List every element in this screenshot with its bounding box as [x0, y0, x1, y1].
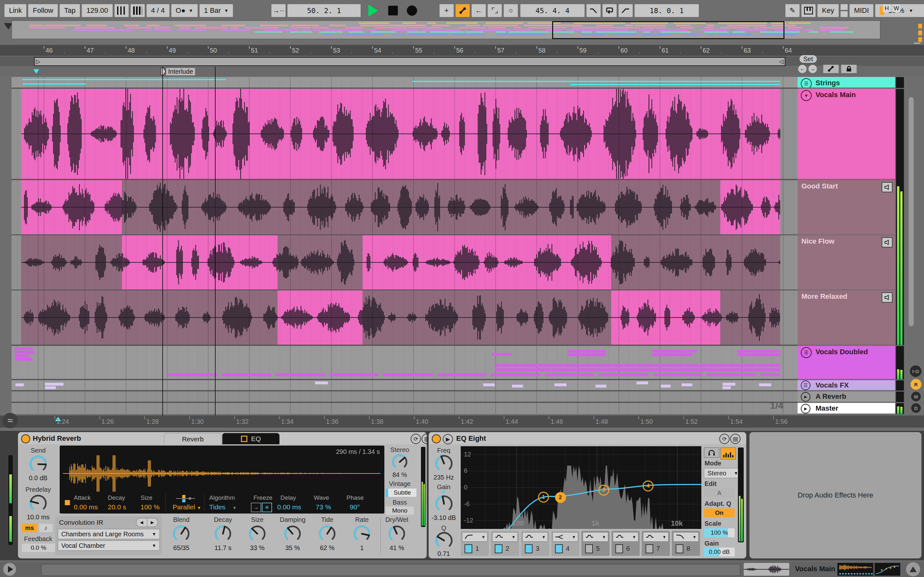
early-reflections-toggle[interactable] — [65, 500, 70, 505]
time-signature-field[interactable]: 4 / 4 — [147, 4, 170, 17]
show-delays-button[interactable]: D — [911, 403, 921, 413]
preview-play-button[interactable] — [3, 563, 16, 576]
drop-audio-effects-zone[interactable]: Drop Audio Effects Here — [750, 432, 921, 558]
arrangement-position-field[interactable]: 50. 2. 1 — [288, 4, 360, 17]
midi-note[interactable] — [652, 350, 697, 353]
insert-marker-icon[interactable] — [33, 69, 39, 74]
scrub-area[interactable]: ▷◁ — [0, 56, 924, 66]
session-record-button[interactable]: ○ — [504, 4, 518, 17]
freq-value[interactable]: 235 Hz — [426, 474, 461, 481]
filter-type-selector[interactable]: ▼ — [552, 532, 578, 542]
wave-value[interactable]: 73 % — [316, 503, 331, 511]
midi-note[interactable] — [661, 385, 670, 388]
loop-button[interactable] — [603, 4, 617, 17]
band-active-checkbox[interactable] — [525, 544, 533, 553]
arrangement-link-button[interactable] — [823, 65, 838, 73]
band-active-checkbox[interactable] — [676, 544, 683, 553]
lane-a-reverb[interactable] — [11, 392, 798, 402]
stereo-knob[interactable] — [392, 454, 408, 470]
midi-note[interactable] — [722, 383, 735, 386]
decay2-knob[interactable] — [214, 525, 232, 542]
device-on-button[interactable] — [432, 434, 441, 443]
band-active-checkbox[interactable] — [465, 544, 472, 553]
ir-next-icon[interactable]: ▶ — [147, 518, 158, 527]
decay-value[interactable]: 20.0 s — [108, 503, 126, 511]
hot-swap-icon[interactable]: ⟳ — [411, 434, 421, 444]
lock-envelopes-button[interactable] — [841, 65, 857, 73]
midi-note[interactable] — [599, 374, 648, 376]
tide-value[interactable]: 62 % — [310, 544, 345, 552]
midi-note[interactable] — [483, 384, 495, 386]
filter-type-selector[interactable]: ▼ — [673, 532, 699, 542]
tempo-field[interactable]: 129.00 — [82, 4, 112, 17]
filter-type-selector[interactable]: ▼ — [522, 532, 548, 542]
lane-master[interactable] — [11, 403, 798, 414]
time-beat-ruler-toggle[interactable]: ≈ — [3, 413, 18, 428]
audition-icon[interactable]: ▶ — [443, 434, 453, 444]
eq-band-1[interactable]: ▼1 — [461, 531, 489, 556]
capture-midi-button[interactable]: ⌜⌟ — [488, 4, 502, 17]
midi-note[interactable] — [492, 353, 512, 356]
midi-note[interactable] — [567, 353, 606, 356]
time-ruler[interactable]: 1:241:261:281:301:321:341:361:381:401:42… — [0, 416, 924, 428]
spectrum-analyzer-button[interactable] — [720, 448, 736, 459]
vintage-selector[interactable]: Subtle — [386, 488, 417, 497]
loop-end-handle[interactable]: ◁ — [779, 58, 783, 65]
quantization-selector[interactable]: 1 Bar▼ — [200, 4, 233, 17]
size-value[interactable]: 100 % — [141, 503, 160, 511]
track-header-a-reverb[interactable]: ▶ A Reverb — [798, 392, 895, 402]
drywet-knob[interactable] — [388, 525, 405, 542]
eq-eight-header[interactable]: ▶ EQ Eight ⟳ ▤ — [429, 432, 746, 444]
computer-midi-keyboard-button[interactable] — [801, 4, 816, 17]
stereo-value[interactable]: 84 % — [384, 471, 416, 479]
stop-button[interactable] — [388, 6, 398, 15]
take-lane-header-more-relaxed[interactable]: More Relaxed — [798, 290, 895, 345]
rate-value[interactable]: 1 — [344, 544, 380, 552]
metronome-button[interactable]: O●▼ — [171, 4, 198, 17]
midi-note[interactable] — [652, 353, 692, 356]
take-lane-header-good-start[interactable]: Good Start — [798, 180, 895, 234]
key-map-button[interactable]: Key — [817, 4, 838, 17]
fdelay-value[interactable]: 0.00 ms — [277, 503, 301, 511]
lane-take-nice-flow[interactable] — [11, 235, 798, 290]
bass-mono-selector[interactable]: Mono — [386, 506, 414, 515]
band-active-checkbox[interactable] — [555, 544, 563, 553]
midi-note[interactable] — [554, 384, 567, 386]
prev-locator-button[interactable]: ← — [798, 65, 806, 73]
midi-note[interactable] — [512, 385, 523, 388]
ir-prev-next[interactable]: ◀ ▶ — [136, 518, 158, 527]
eq-band-2[interactable]: ▼2 — [491, 531, 519, 556]
midi-overdub-button[interactable]: + — [439, 4, 454, 17]
loop-start-handle[interactable]: ▷ — [36, 58, 40, 65]
eq-band-4[interactable]: ▼4 — [551, 531, 580, 556]
midi-note[interactable] — [760, 374, 780, 376]
midi-note[interactable] — [545, 374, 594, 376]
midi-note[interactable] — [15, 358, 33, 361]
midi-note[interactable] — [706, 374, 756, 376]
filter-type-selector[interactable]: ▼ — [583, 532, 608, 542]
band-active-checkbox[interactable] — [495, 544, 502, 553]
tab-eq[interactable]: EQ — [222, 433, 279, 444]
midi-note[interactable] — [636, 382, 648, 384]
track-header-vocals-fx[interactable]: ☰ Vocals FX — [798, 380, 895, 390]
overview-width-button[interactable]: W — [893, 5, 900, 12]
save-preset-icon[interactable]: ▤ — [730, 434, 740, 444]
midi-note[interactable] — [45, 386, 56, 389]
follow-playhead-button[interactable]: →·· — [271, 4, 286, 17]
play-button[interactable] — [368, 5, 378, 17]
filter-type-selector[interactable]: ▼ — [613, 532, 638, 542]
gain-knob[interactable] — [435, 495, 453, 513]
loop-brace[interactable]: ▷◁ — [34, 57, 785, 66]
filter-type-selector[interactable]: ▼ — [492, 532, 518, 542]
device-thumbnail-eq-eight[interactable] — [875, 563, 900, 576]
lane-strings[interactable] — [11, 77, 798, 87]
track-header-strings[interactable]: ☰ Strings — [798, 77, 895, 87]
link-button[interactable]: Link — [5, 4, 26, 17]
unfold-track-icon[interactable]: ▼ — [801, 90, 812, 101]
draw-mode-button[interactable]: ✎ — [785, 4, 800, 17]
overview-height-button[interactable]: H — [883, 5, 891, 12]
routing-selector[interactable]: Parallel ▼ — [173, 503, 201, 511]
audition-mode-button[interactable] — [704, 448, 719, 458]
tide-knob[interactable] — [318, 525, 336, 542]
group-fold-icon[interactable]: ☰ — [801, 78, 812, 87]
